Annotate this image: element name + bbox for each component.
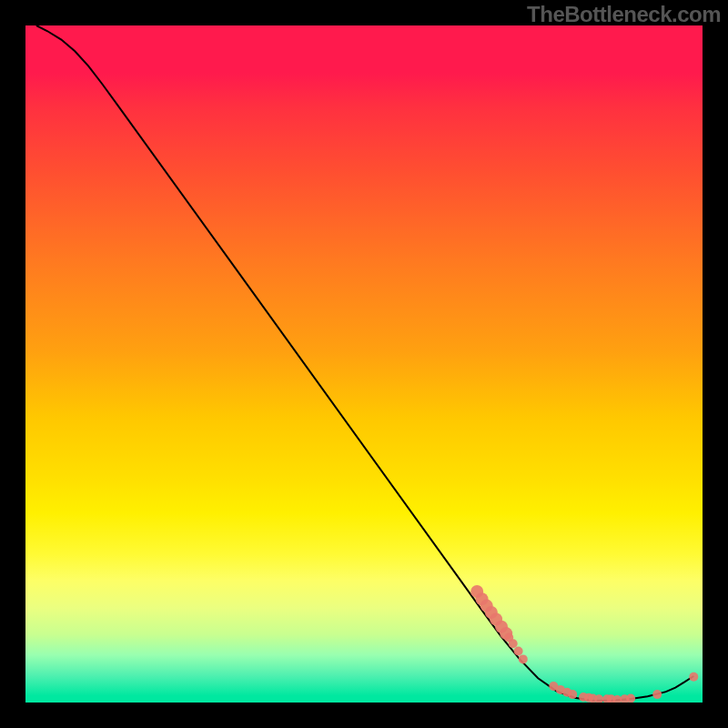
brand-watermark: TheBottleneck.com <box>527 2 721 27</box>
bottleneck-curve <box>36 25 693 701</box>
curve-marker <box>519 654 528 663</box>
chart-area <box>25 25 703 703</box>
curve-marker <box>689 672 698 682</box>
curve-marker <box>509 639 518 648</box>
chart-plot <box>25 25 703 703</box>
curve-marker <box>652 690 662 699</box>
curve-marker <box>568 690 577 699</box>
curve-marker <box>514 647 523 656</box>
curve-marker <box>626 694 635 703</box>
curve-markers <box>470 585 698 703</box>
